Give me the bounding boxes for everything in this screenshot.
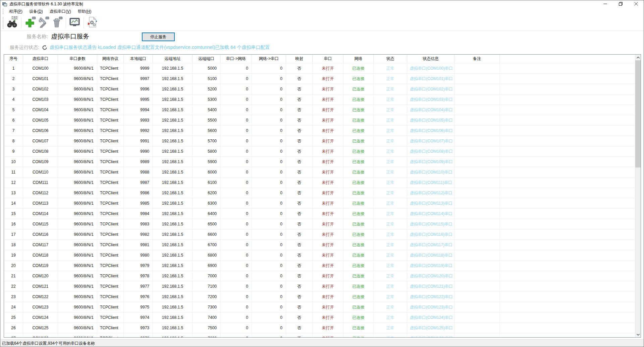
cell-remark xyxy=(454,209,500,219)
column-header-serial-state[interactable]: 串口 xyxy=(313,55,343,63)
cell-local-port: 9974 xyxy=(124,313,153,323)
stop-service-button[interactable]: 停止服务 xyxy=(142,32,175,41)
restore-button[interactable] xyxy=(613,0,628,8)
table-row-5[interactable]: 5COM1049600/8/N/1TCPClient9994192.168.1.… xyxy=(4,105,635,115)
cell-protocol: TCPClient xyxy=(97,250,124,261)
column-header-net-state[interactable]: 网络 xyxy=(343,55,374,63)
cell-net-state: 已连接 xyxy=(343,84,374,94)
column-header-status-info[interactable]: 状态信息 xyxy=(407,55,454,63)
column-header-remote-port[interactable]: 远端端口 xyxy=(193,55,220,63)
cell-remote-port: 5100 xyxy=(193,74,220,84)
cell-mapped: 否 xyxy=(286,261,313,271)
cell-net-to-serial: 0 xyxy=(252,292,286,302)
cell-serial-to-net: 0 xyxy=(220,281,252,292)
cell-serial-to-net: 0 xyxy=(220,94,252,105)
toolbar-gripper[interactable] xyxy=(3,17,4,28)
table-row-23[interactable]: 23COM1229600/8/N/1TCPClient9976192.168.1… xyxy=(4,292,635,302)
cell-net-to-serial: 0 xyxy=(252,240,286,250)
cell-remote-port: 5500 xyxy=(193,115,220,126)
column-header-net-to-serial[interactable]: 网络->串口 xyxy=(252,55,286,63)
column-header-run-state[interactable]: 状态 xyxy=(374,55,407,63)
column-header-remote-addr[interactable]: 远端地址 xyxy=(153,55,193,63)
toolbar-button-export-config[interactable] xyxy=(86,16,99,29)
table-row-25[interactable]: 25COM1249600/8/N/1TCPClient9974192.168.1… xyxy=(4,313,635,323)
column-header-protocol[interactable]: 网络协议 xyxy=(97,55,124,63)
toolbar-button-configure-port[interactable] xyxy=(37,16,50,29)
column-header-remark[interactable]: 备注 xyxy=(454,55,500,63)
cell-local-port: 9982 xyxy=(124,229,153,240)
table-row-6[interactable]: 6COM1059600/8/N/1TCPClient9993192.168.1.… xyxy=(4,115,635,126)
toolbar-button-monitor[interactable] xyxy=(68,16,81,29)
menu-item-1[interactable]: 设备(D) xyxy=(26,8,46,15)
menu-item-0[interactable]: 程序(P) xyxy=(6,8,26,15)
menu-item-2[interactable]: 虚拟串口(V) xyxy=(46,8,74,15)
cell-seq: 7 xyxy=(4,126,23,136)
cell-status-info: 虚拟串口(COM112)串口 xyxy=(407,188,454,198)
table-row-4[interactable]: 4COM1039600/8/N/1TCPClient9995192.168.1.… xyxy=(4,94,635,105)
table-row-11[interactable]: 11COM1109600/8/N/1TCPClient9988192.168.1… xyxy=(4,167,635,178)
table-row-12[interactable]: 12COM1119600/8/N/1TCPClient9987192.168.1… xyxy=(4,178,635,188)
cell-run-state: 正常 xyxy=(374,63,407,74)
cell-remote-addr: 192.168.1.5 xyxy=(153,63,193,74)
column-header-port[interactable]: 虚拟串口 xyxy=(23,55,58,63)
cell-net-state: 已连接 xyxy=(343,94,374,105)
table-row-10[interactable]: 10COM1099600/8/N/1TCPClient9989192.168.1… xyxy=(4,157,635,167)
column-header-seq[interactable]: 序号 xyxy=(4,55,23,63)
cell-serial-to-net: 0 xyxy=(220,126,252,136)
table-row-21[interactable]: 21COM1209600/8/N/1TCPClient9978192.168.1… xyxy=(4,271,635,281)
cell-seq: 6 xyxy=(4,115,23,126)
table-row-13[interactable]: 13COM1129600/8/N/1TCPClient9986192.168.1… xyxy=(4,188,635,198)
cell-local-port: 9996 xyxy=(124,84,153,94)
table-row-20[interactable]: 20COM1199600/8/N/1TCPClient9979192.168.1… xyxy=(4,261,635,271)
cell-remark xyxy=(454,198,500,209)
cell-port: COM118 xyxy=(23,250,58,261)
table-row-18[interactable]: 18COM1179600/8/N/1TCPClient9981192.168.1… xyxy=(4,240,635,250)
cell-serial-state: 未打开 xyxy=(313,157,343,167)
table-row-27[interactable]: 27COM1269600/8/N/1TCPClient9972192.168.1… xyxy=(4,333,635,337)
table-row-9[interactable]: 9COM1089600/8/N/1TCPClient9990192.168.1.… xyxy=(4,146,635,157)
table-row-15[interactable]: 15COM1149600/8/N/1TCPClient9984192.168.1… xyxy=(4,209,635,219)
table-row-8[interactable]: 8COM1079600/8/N/1TCPClient9991192.168.1.… xyxy=(4,136,635,146)
table-row-7[interactable]: 7COM1069600/8/N/1TCPClient9992192.168.1.… xyxy=(4,126,635,136)
cell-seq: 25 xyxy=(4,313,23,323)
cell-net-state: 已连接 xyxy=(343,105,374,115)
minimize-button[interactable] xyxy=(597,0,613,8)
table-row-19[interactable]: 19COM1189600/8/N/1TCPClient9980192.168.1… xyxy=(4,250,635,261)
vertical-scrollbar[interactable] xyxy=(635,55,641,337)
table-row-24[interactable]: 24COM1239600/8/N/1TCPClient9975192.168.1… xyxy=(4,302,635,313)
cell-local-port: 9981 xyxy=(124,240,153,250)
toolbar-button-search-device[interactable]: 192 xyxy=(6,16,19,29)
table-row-17[interactable]: 17COM1169600/8/N/1TCPClient9982192.168.1… xyxy=(4,229,635,240)
close-button[interactable] xyxy=(628,0,644,8)
column-header-mapped[interactable]: 映射 xyxy=(286,55,313,63)
menu-gripper[interactable] xyxy=(3,9,4,14)
toolbar-button-add-port[interactable] xyxy=(24,16,37,29)
cell-remote-port: 6000 xyxy=(193,167,220,178)
scroll-up-button[interactable] xyxy=(635,55,641,60)
cell-net-to-serial: 0 xyxy=(252,261,286,271)
table-row-3[interactable]: 3COM1029600/8/N/1TCPClient9996192.168.1.… xyxy=(4,84,635,94)
table-row-1[interactable]: 1COM1009600/8/N/1TCPClient9999192.168.1.… xyxy=(4,63,635,74)
scrollbar-thumb[interactable] xyxy=(635,60,641,167)
ports-table-body: 序号虚拟串口串口参数网络协议本地端口远端地址远端端口串口->网络网络->串口映射… xyxy=(4,55,635,337)
scroll-down-button[interactable] xyxy=(635,332,641,337)
table-row-22[interactable]: 22COM1219600/8/N/1TCPClient9977192.168.1… xyxy=(4,281,635,292)
cell-serial-state: 未打开 xyxy=(313,323,343,333)
cell-serial-to-net: 0 xyxy=(220,74,252,84)
column-header-filler[interactable] xyxy=(500,55,635,63)
cell-local-port: 9980 xyxy=(124,250,153,261)
table-row-16[interactable]: 16COM1159600/8/N/1TCPClient9983192.168.1… xyxy=(4,219,635,229)
cell-remark xyxy=(454,74,500,84)
table-row-14[interactable]: 14COM1139600/8/N/1TCPClient9985192.168.1… xyxy=(4,198,635,209)
column-header-local-port[interactable]: 本地端口 xyxy=(124,55,153,63)
table-row-26[interactable]: 26COM1259600/8/N/1TCPClient9973192.168.1… xyxy=(4,323,635,333)
menu-item-3[interactable]: 帮助(H) xyxy=(74,8,95,15)
cell-run-state: 正常 xyxy=(374,229,407,240)
cell-mapped: 否 xyxy=(286,167,313,178)
cell-run-state: 正常 xyxy=(374,178,407,188)
column-header-serial-to-net[interactable]: 串口->网络 xyxy=(220,55,252,63)
table-row-2[interactable]: 2COM1019600/8/N/1TCPClient9997192.168.1.… xyxy=(4,74,635,84)
column-header-params[interactable]: 串口参数 xyxy=(58,55,97,63)
toolbar-button-delete-port[interactable] xyxy=(51,16,63,29)
cell-status-info: 虚拟串口(COM101)串口 xyxy=(407,74,454,84)
